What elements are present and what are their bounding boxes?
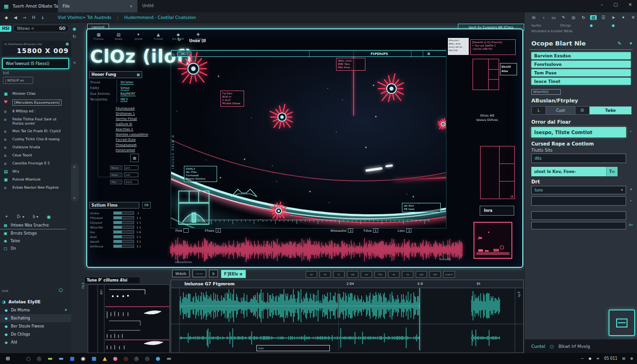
toolbar-icon[interactable]: ılı bbox=[530, 15, 537, 20]
drt-caret-icon[interactable]: ▾ bbox=[621, 188, 623, 192]
setting-slider[interactable] bbox=[113, 240, 134, 243]
taskbar-app-icon[interactable]: ◎ bbox=[134, 353, 139, 364]
chevron-icon-2[interactable]: › bbox=[630, 198, 632, 203]
toolbar-icon[interactable]: ➤ bbox=[610, 15, 617, 20]
strip-close-icon[interactable]: ✕ bbox=[73, 61, 76, 65]
maximize-icon[interactable]: ▢ bbox=[613, 2, 618, 7]
grid-icon[interactable]: ▦ bbox=[65, 42, 69, 46]
small-button[interactable]: sst bbox=[416, 271, 427, 278]
small-button[interactable]: sts bbox=[429, 271, 441, 278]
wdxik-button[interactable]: Wdxik bbox=[172, 270, 190, 277]
info-a[interactable]: Iaulbs bbox=[531, 24, 541, 27]
sidebar-item[interactable]: ▣ Minster Ctlas bbox=[0, 90, 71, 98]
lssv-label[interactable]: Lssv3 bbox=[398, 228, 411, 233]
link-item[interactable]: Serrtio Ftlsat bbox=[116, 117, 148, 122]
dash-button[interactable]: —— bbox=[192, 270, 206, 277]
dropdown-d[interactable]: D- ▾ bbox=[17, 215, 25, 219]
menubar-icon[interactable]: → bbox=[23, 15, 27, 20]
mini-value[interactable]: Ldrt bbox=[124, 173, 138, 177]
ring-icon[interactable]: ○ bbox=[59, 287, 63, 292]
link-item[interactable]: Asschlas 1 bbox=[116, 127, 148, 132]
tlutts-input[interactable] bbox=[535, 156, 623, 161]
sidebar-item[interactable]: ▣ Putvse Mianlure bbox=[0, 175, 71, 183]
b-button[interactable]: b bbox=[209, 270, 218, 277]
minimize-icon[interactable]: – bbox=[601, 2, 603, 7]
small-button[interactable]: Lsw.c/ bbox=[443, 271, 455, 278]
setting-slider[interactable] bbox=[113, 235, 134, 238]
wsss-label[interactable]: Wsssastsl3 bbox=[330, 228, 353, 233]
tray-item[interactable]: ≡ bbox=[596, 356, 600, 361]
start-button[interactable]: ⊞ bbox=[6, 355, 10, 362]
prompt-input[interactable] bbox=[6, 62, 65, 66]
sidebar-item[interactable]: ▤ Wry bbox=[0, 167, 71, 175]
scroll-up-icon[interactable]: ∧ bbox=[73, 165, 75, 169]
mini-value[interactable]: Jenl bbox=[124, 165, 138, 170]
most-button[interactable]: ulost lo Kov, Fooe- bbox=[531, 167, 606, 176]
taskbar-app-icon[interactable]: ▬ bbox=[47, 353, 52, 364]
tray-item[interactable]: ⊕ bbox=[630, 356, 633, 361]
fhses-label[interactable]: FhsesC bbox=[205, 228, 221, 233]
tab-file[interactable]: File ✕ bbox=[58, 0, 137, 12]
taskbar-app-icon[interactable]: ◎ bbox=[145, 353, 150, 364]
empty-field-1[interactable] bbox=[531, 196, 626, 206]
close-icon[interactable]: ✕ bbox=[628, 2, 632, 7]
sidebar-lower-item[interactable]: ▦ Ihtewe Nba Snacfne bbox=[0, 222, 66, 229]
toolbar-icon[interactable]: ↻ bbox=[580, 15, 587, 20]
segment[interactable]: Twke bbox=[590, 107, 631, 114]
sidebar-lower-item[interactable]: ▣ Brrute Sntsge bbox=[0, 229, 71, 237]
taskbar-app-icon[interactable]: ◎ bbox=[37, 353, 42, 364]
empty-field-3[interactable] bbox=[531, 222, 626, 229]
waveform-row2-right[interactable] bbox=[471, 326, 500, 350]
cancel-link[interactable]: Cuntel bbox=[531, 344, 545, 349]
toolbar-icon[interactable]: ‹ bbox=[540, 15, 547, 20]
scroll-down-icon[interactable]: ∨ bbox=[73, 196, 75, 200]
sidebar-item[interactable]: ▪ 8 Mftbsp ed : bbox=[0, 107, 71, 115]
scope-item[interactable]: Barvion Exsdso bbox=[531, 52, 631, 59]
toolbar-icon[interactable]: ✎ bbox=[560, 15, 567, 20]
toolbar-icon[interactable]: ▭ bbox=[550, 15, 557, 20]
undo-icon[interactable]: ↻ bbox=[73, 34, 76, 39]
canvas-tool-tile[interactable]: ▤ Avlais bbox=[110, 32, 127, 40]
refresh-icon[interactable]: ↻ bbox=[177, 37, 181, 42]
segment[interactable]: Cuot bbox=[546, 107, 575, 114]
error-field[interactable]: Isespo, Tllste Comtlot bbox=[531, 127, 626, 137]
list-square-button[interactable] bbox=[609, 309, 635, 336]
taskbar-app-icon[interactable]: ▬ bbox=[166, 353, 171, 364]
most-button-suffix[interactable]: T= bbox=[606, 167, 618, 176]
tray-item[interactable]: ◆ bbox=[589, 356, 592, 361]
inra-field[interactable]: Inra bbox=[480, 206, 514, 216]
toolbar-icon[interactable]: ◎ bbox=[570, 15, 577, 20]
small-button[interactable]: ts bbox=[319, 271, 331, 278]
timeline-ruler[interactable] bbox=[190, 219, 429, 227]
style-row[interactable]: ● Ber Stsule Fiwese bbox=[0, 322, 71, 330]
setting-slider[interactable] bbox=[113, 216, 134, 219]
toolbar-icon[interactable]: ☰ bbox=[600, 15, 607, 20]
sidebar-item[interactable]: ▪ Evbas Navlon Nee Fiqykss bbox=[0, 183, 71, 191]
scope-item[interactable]: Fonrlsslovo bbox=[531, 61, 631, 68]
fine-label[interactable]: Fine bbox=[175, 228, 189, 233]
menubar-icon[interactable]: H bbox=[32, 15, 35, 20]
sidebar-item[interactable]: ▪ Mon Tat Ge Fnale El: Ctyls3 bbox=[0, 127, 71, 135]
fdva-label[interactable]: Fdva5 bbox=[364, 228, 378, 233]
setting-slider[interactable] bbox=[113, 226, 134, 229]
viewport[interactable]: HD3 FtPDhIPS II IBtts, exseB9B 'lbssItBs… bbox=[171, 50, 446, 228]
toolbar-icon[interactable]: ✕ bbox=[630, 15, 637, 20]
style-row[interactable]: ● Bachating bbox=[0, 314, 71, 322]
link-item[interactable]: Drsttanes 1 bbox=[116, 111, 148, 117]
small-button[interactable]: sd bbox=[347, 271, 358, 278]
menubar-icon[interactable]: ◀ bbox=[14, 15, 17, 20]
taskbar-app-icon[interactable]: ● bbox=[113, 353, 118, 364]
mini-input-box[interactable]: mm bbox=[256, 345, 330, 351]
menubar-icon[interactable]: ↓ bbox=[41, 15, 45, 20]
toolbar-icon[interactable]: ▨ bbox=[590, 15, 597, 20]
segment[interactable]: L bbox=[532, 107, 546, 114]
sidebar-item[interactable]: ▪ Canolite Fnvnsge E 5 bbox=[0, 159, 71, 167]
taskbar-app-icon[interactable]: ● bbox=[156, 353, 161, 364]
field-chevron-icon[interactable]: › bbox=[630, 129, 632, 134]
target-icon[interactable]: ◉ bbox=[73, 27, 76, 31]
sidebar-item[interactable]: ▪ Ovtlesne IVvela bbox=[0, 143, 71, 151]
small-grid-icon[interactable]: ▦ bbox=[130, 154, 139, 162]
link-item[interactable]: Ibontee cassadAlne bbox=[116, 132, 148, 137]
sidebar-item[interactable]: ♥ [Mervdees Eoovemovers] bbox=[0, 98, 71, 107]
tray-item[interactable]: − bbox=[581, 356, 584, 361]
